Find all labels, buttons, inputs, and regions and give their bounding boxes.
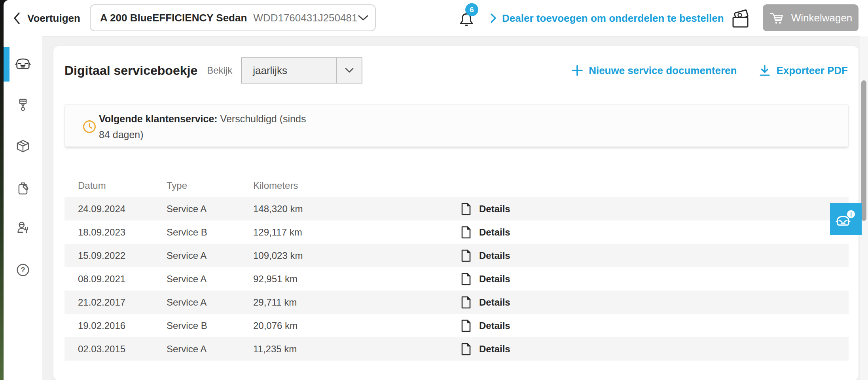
- cart-icon: [769, 11, 784, 25]
- oil-canister-icon: [14, 179, 32, 196]
- table-row: 18.09.2023 Service B 129,117 km Details: [64, 220, 849, 244]
- table-row: 08.09.2021 Service A 92,951 km Details: [64, 267, 849, 291]
- export-pdf-label: Exporteer PDF: [776, 65, 848, 77]
- column-header-kilometers: Kilometers: [253, 180, 384, 191]
- new-service-button[interactable]: Nieuwe service documenteren: [571, 65, 737, 77]
- download-icon: [759, 65, 771, 76]
- table-header: Datum Type Kilometers: [64, 174, 849, 197]
- sidebar-item-engine-parts[interactable]: [4, 85, 42, 126]
- vehicle-model: A 200 BlueEFFICIENCY Sedan: [100, 12, 247, 24]
- document-icon: [461, 273, 471, 285]
- service-date: 08.09.2021: [64, 274, 167, 285]
- car-info-icon: i: [835, 209, 857, 229]
- sidebar-item-help[interactable]: ?: [4, 249, 42, 291]
- card-header: Digitaal serviceboekje Bekijk jaarlijks …: [64, 57, 848, 84]
- service-type: Service B: [167, 227, 253, 238]
- details-label: Details: [479, 344, 510, 355]
- service-kilometers: 20,076 km: [253, 320, 384, 331]
- service-kilometers: 29,711 km: [253, 297, 384, 308]
- details-button[interactable]: Details: [461, 249, 510, 262]
- mechanic-icon: [14, 220, 32, 238]
- package-icon: [14, 138, 32, 155]
- service-type: Service A: [167, 274, 253, 285]
- sidebar-item-fluids[interactable]: [4, 167, 42, 208]
- notification-badge: 6: [465, 3, 478, 16]
- document-icon: [461, 343, 471, 355]
- service-date: 24.09.2024: [64, 203, 167, 215]
- sidebar-item-service[interactable]: [4, 208, 42, 249]
- details-button[interactable]: Details: [461, 296, 510, 309]
- service-date: 21.02.2017: [64, 297, 167, 308]
- sidebar: ?: [4, 36, 42, 380]
- svg-text:?: ?: [21, 266, 25, 274]
- service-type: Service A: [167, 203, 253, 215]
- sidebar-item-packages[interactable]: [4, 126, 42, 167]
- chevron-down-icon: [336, 58, 362, 83]
- table-row: 21.02.2017 Service A 29,711 km Details: [64, 291, 849, 314]
- view-select-value: jaarlijks: [242, 58, 336, 83]
- plus-icon: [571, 65, 583, 76]
- notifications-button[interactable]: 6: [458, 6, 483, 32]
- vehicle-info-fab[interactable]: i: [830, 203, 862, 235]
- vehicle-vin: WDD1760431J250481: [253, 12, 357, 24]
- cart-button-label: Winkelwagen: [791, 12, 853, 24]
- page-title: Digitaal serviceboekje: [64, 63, 197, 78]
- document-icon: [461, 203, 471, 215]
- details-label: Details: [479, 227, 510, 238]
- chevron-left-icon: [12, 11, 21, 25]
- vehicle-selector[interactable]: A 200 BlueEFFICIENCY Sedan WDD1760431J25…: [90, 4, 376, 31]
- sidebar-item-vehicle[interactable]: [4, 44, 42, 85]
- details-label: Details: [479, 320, 510, 331]
- column-header-date: Datum: [64, 180, 167, 191]
- clock-icon: [82, 120, 97, 134]
- service-kilometers: 11,235 km: [253, 344, 384, 355]
- add-dealer-link[interactable]: Dealer toevoegen om onderdelen te bestel…: [489, 0, 724, 36]
- view-select[interactable]: jaarlijks: [241, 57, 362, 84]
- add-dealer-label: Dealer toevoegen om onderdelen te bestel…: [502, 12, 724, 25]
- payment-wallet-icon[interactable]: [730, 7, 752, 29]
- details-label: Details: [479, 203, 510, 215]
- alert-line2: 84 dagen): [99, 129, 144, 140]
- topbar: Voertuigen A 200 BlueEFFICIENCY Sedan WD…: [4, 0, 868, 37]
- service-type: Service A: [167, 297, 253, 308]
- export-pdf-button[interactable]: Exporteer PDF: [759, 65, 848, 77]
- document-icon: [461, 296, 471, 309]
- service-type: Service B: [167, 320, 253, 331]
- help-icon: ?: [14, 261, 32, 279]
- service-book-card: Digitaal serviceboekje Bekijk jaarlijks …: [53, 46, 859, 380]
- back-label: Voertuigen: [27, 12, 80, 25]
- service-history-table: Datum Type Kilometers 24.09.2024 Service…: [64, 174, 849, 361]
- column-header-type: Type: [167, 180, 253, 191]
- cart-button[interactable]: Winkelwagen: [763, 4, 859, 31]
- piston-icon: [14, 97, 32, 114]
- back-button[interactable]: Voertuigen: [12, 0, 80, 36]
- service-kilometers: 92,951 km: [253, 274, 384, 285]
- view-label: Bekijk: [207, 65, 232, 76]
- service-date: 19.02.2016: [64, 320, 167, 331]
- next-service-alert: Volgende klantenservice: Verschuldigd (s…: [64, 104, 849, 147]
- alert-line1: Verschuldigd (sinds: [220, 113, 306, 124]
- service-date: 15.09.2022: [64, 250, 167, 261]
- table-row: 15.09.2022 Service A 109,023 km Details: [64, 244, 849, 267]
- alert-text: Volgende klantenservice: Verschuldigd (s…: [99, 111, 306, 142]
- document-icon: [461, 249, 471, 262]
- car-icon: [14, 55, 32, 73]
- alert-bold-text: Volgende klantenservice:: [99, 113, 218, 124]
- details-button[interactable]: Details: [461, 203, 510, 215]
- document-icon: [461, 319, 471, 332]
- new-service-label: Nieuwe service documenteren: [589, 65, 737, 77]
- table-row: 02.03.2015 Service A 11,235 km Details: [64, 337, 849, 361]
- service-kilometers: 109,023 km: [253, 250, 384, 261]
- table-row: 24.09.2024 Service A 148,320 km Details: [64, 197, 849, 220]
- service-date: 18.09.2023: [64, 227, 167, 238]
- details-button[interactable]: Details: [461, 319, 510, 332]
- scrollbar-thumb[interactable]: [861, 80, 866, 221]
- details-button[interactable]: Details: [461, 226, 510, 239]
- details-label: Details: [479, 297, 510, 308]
- table-body: 24.09.2024 Service A 148,320 km Details …: [64, 197, 849, 361]
- details-label: Details: [479, 250, 510, 261]
- chevron-right-icon: [489, 13, 497, 24]
- details-button[interactable]: Details: [461, 343, 510, 355]
- wallpaper-strip: [0, 0, 4, 380]
- details-button[interactable]: Details: [461, 273, 510, 285]
